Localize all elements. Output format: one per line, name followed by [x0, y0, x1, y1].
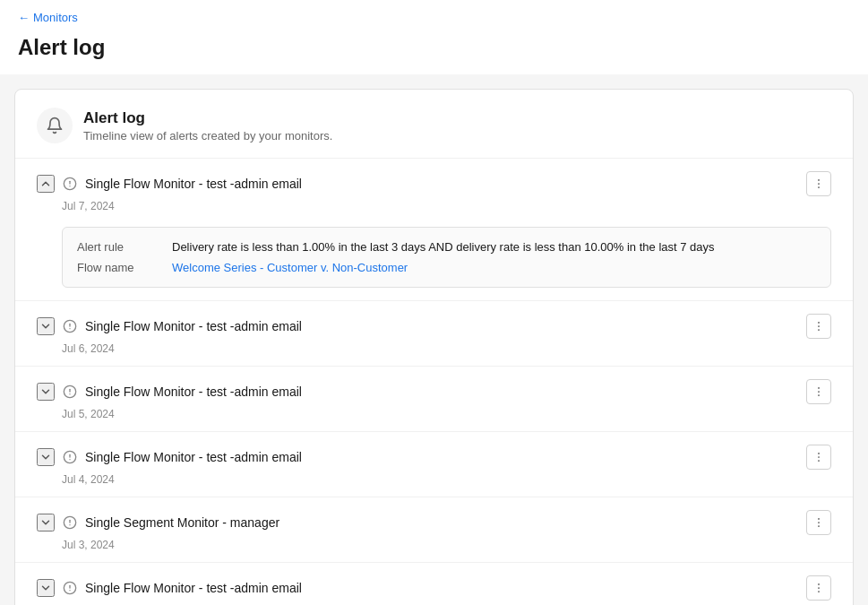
alert-name: Single Flow Monitor - test -admin email	[85, 177, 799, 191]
chevron-button[interactable]	[37, 579, 55, 597]
back-arrow-icon: ←	[18, 11, 30, 24]
alert-date: Jul 6, 2024	[15, 341, 853, 366]
alert-name: Single Segment Monitor - manager	[85, 515, 799, 530]
svg-point-16	[818, 391, 820, 393]
svg-point-5	[818, 186, 820, 188]
card-title: Alert log	[83, 109, 332, 127]
chevron-button[interactable]	[37, 514, 55, 532]
info-icon	[62, 449, 78, 465]
alert-name: Single Flow Monitor - test -admin email	[85, 385, 799, 399]
info-icon	[62, 318, 78, 334]
svg-point-34	[818, 587, 820, 589]
list-item: Single Flow Monitor - test -admin email …	[15, 367, 853, 432]
bell-icon	[37, 108, 73, 143]
list-item: Single Flow Monitor - test -admin email …	[15, 159, 853, 301]
svg-point-15	[818, 387, 820, 389]
svg-point-29	[818, 525, 820, 527]
more-options-button[interactable]	[806, 445, 831, 470]
card-header: Alert log Timeline view of alerts create…	[15, 90, 853, 159]
alert-log-card: Alert log Timeline view of alerts create…	[14, 89, 854, 605]
alert-row: Single Flow Monitor - test -admin email	[15, 159, 853, 198]
alert-details: Alert rule Delivery rate is less than 1.…	[62, 227, 831, 288]
svg-point-11	[818, 329, 820, 331]
alert-row: Single Segment Monitor - manager	[15, 497, 853, 537]
list-item: Single Flow Monitor - test -admin email …	[15, 432, 853, 497]
svg-point-21	[818, 453, 820, 454]
flow-name-label: Flow name	[77, 261, 158, 274]
list-item: Single Segment Monitor - manager Jul 3, …	[15, 497, 853, 563]
svg-point-27	[818, 518, 820, 520]
list-item: Single Flow Monitor - test -admin email …	[15, 301, 853, 367]
back-link[interactable]: ← Monitors	[18, 11, 850, 24]
alert-rule-value: Delivery rate is less than 1.00% in the …	[172, 240, 715, 254]
chevron-button[interactable]	[37, 383, 55, 401]
alert-list: Single Flow Monitor - test -admin email …	[15, 159, 853, 605]
main-content: Alert log Timeline view of alerts create…	[0, 74, 868, 605]
more-options-button[interactable]	[806, 379, 831, 404]
chevron-button[interactable]	[37, 175, 55, 193]
info-icon	[62, 384, 78, 400]
svg-point-17	[818, 394, 820, 396]
alert-name: Single Flow Monitor - test -admin email	[85, 450, 799, 464]
svg-point-23	[818, 460, 820, 462]
info-icon	[62, 176, 78, 192]
card-subtitle: Timeline view of alerts created by your …	[83, 129, 332, 143]
svg-point-9	[818, 322, 820, 324]
alert-main: Single Flow Monitor - test -admin email	[85, 319, 799, 333]
alert-row: Single Flow Monitor - test -admin email	[15, 301, 853, 341]
alert-main: Single Segment Monitor - manager	[85, 515, 799, 530]
chevron-button[interactable]	[37, 448, 55, 466]
chevron-button[interactable]	[37, 317, 55, 335]
info-icon	[62, 514, 78, 531]
alert-main: Single Flow Monitor - test -admin email	[85, 177, 799, 191]
alert-name: Single Flow Monitor - test -admin email	[85, 581, 799, 595]
page-title: Alert log	[0, 28, 868, 74]
card-header-text: Alert log Timeline view of alerts create…	[83, 109, 332, 143]
more-options-button[interactable]	[806, 575, 831, 601]
alert-rule-row: Alert rule Delivery rate is less than 1.…	[77, 240, 816, 254]
flow-name-link[interactable]: Welcome Series - Customer v. Non-Custome…	[172, 261, 408, 274]
svg-point-33	[818, 583, 820, 585]
alert-date: Jul 5, 2024	[15, 406, 853, 431]
more-options-button[interactable]	[806, 510, 831, 535]
flow-name-row: Flow name Welcome Series - Customer v. N…	[77, 261, 816, 274]
more-options-button[interactable]	[806, 171, 831, 196]
back-link-label: Monitors	[33, 11, 78, 24]
svg-point-28	[818, 522, 820, 523]
svg-point-10	[818, 325, 820, 327]
alert-date: Jul 4, 2024	[15, 471, 853, 497]
alert-date: Jul 3, 2024	[15, 537, 853, 562]
alert-rule-label: Alert rule	[77, 240, 158, 254]
svg-point-35	[818, 591, 820, 592]
list-item: Single Flow Monitor - test -admin email …	[15, 563, 853, 605]
alert-row: Single Flow Monitor - test -admin email	[15, 367, 853, 406]
alert-main: Single Flow Monitor - test -admin email	[85, 385, 799, 399]
alert-row: Single Flow Monitor - test -admin email	[15, 432, 853, 471]
more-options-button[interactable]	[806, 314, 831, 339]
svg-point-22	[818, 456, 820, 458]
info-icon	[62, 580, 78, 596]
alert-row: Single Flow Monitor - test -admin email	[15, 563, 853, 602]
alert-name: Single Flow Monitor - test -admin email	[85, 319, 799, 333]
alert-date: Jul 7, 2024	[15, 198, 853, 223]
top-nav: ← Monitors Alert log	[0, 0, 868, 74]
svg-point-4	[818, 183, 820, 185]
alert-main: Single Flow Monitor - test -admin email	[85, 581, 799, 595]
svg-point-3	[818, 179, 820, 181]
alert-main: Single Flow Monitor - test -admin email	[85, 450, 799, 464]
